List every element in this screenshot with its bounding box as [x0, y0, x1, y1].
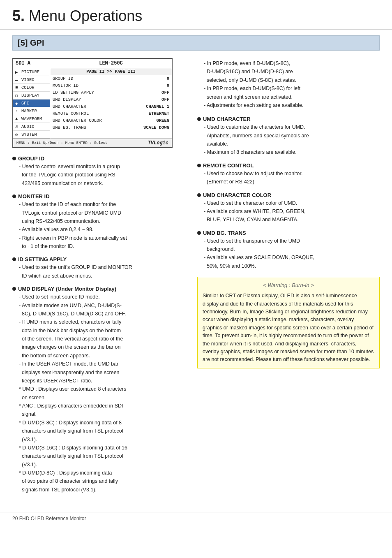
bullet-icon: [197, 231, 201, 235]
monitor-row-umd-character: UMD CHARACTER CHANNEL 1: [50, 103, 172, 110]
section-title: [5] GPI: [18, 38, 44, 47]
display-icon: ◻: [15, 93, 20, 98]
section-umd-display-title: UMD DISPLAY (Under Monitor Display): [12, 286, 189, 292]
monitor-page-nav: PAGE II >> PAGE III: [50, 68, 172, 75]
tvlogic-brand: TVLogic: [148, 140, 168, 146]
waveform-icon: ▲: [15, 116, 20, 121]
bullet-icon: [197, 117, 201, 121]
audio-icon: ♬: [15, 124, 20, 129]
chapter-number: 5.: [12, 7, 25, 24]
section-id-setting-title: ID SETTING APPLY: [12, 256, 189, 262]
section-header: [5] GPI: [12, 35, 380, 51]
section-group-id: GROUP ID - Used to control several monit…: [12, 155, 189, 188]
section-umd-character-title: UMD CHARACTER: [197, 116, 380, 122]
warning-body: Similar to CRT or Plasma display, OLED i…: [203, 292, 374, 364]
section-group-id-title: GROUP ID: [12, 155, 189, 162]
monitor-header: SDI A LEM-250C: [13, 59, 172, 68]
sidebar-item-audio[interactable]: ♬ AUDIO: [13, 123, 50, 131]
chapter-title: Menu Operations: [25, 7, 142, 24]
bullet-icon: [12, 157, 16, 160]
section-umd-char-color-title: UMD CHARACTER COLOR: [197, 192, 380, 198]
monitor-row-group-id: GROUP ID 0: [50, 75, 172, 82]
section-umd-bg-trans: UMD BG. TRANS - Used to set the transpar…: [197, 230, 380, 271]
monitor-row-umd-display: UMD DISPLAY OFF: [50, 96, 172, 103]
page-title: 5. Menu Operations: [12, 7, 142, 24]
gpi-icon: ◆: [15, 101, 20, 106]
section-group-id-body: - Used to control several monitors in a …: [12, 163, 189, 188]
page-footer: 20 FHD OLED Reference Monitor: [0, 512, 392, 525]
bullet-icon: [12, 257, 16, 261]
section-umd-bg-trans-body: - Used to set the transparency of the UM…: [197, 237, 380, 271]
warning-box: < Warning : Burn-In > Similar to CRT or …: [197, 277, 380, 368]
sidebar-item-picture[interactable]: ▶ PICTURE: [13, 68, 50, 76]
section-id-setting-body: - Used to set the unit’s GROUP ID and MO…: [12, 264, 189, 280]
section-id-setting-apply: ID SETTING APPLY - Used to set the unit’…: [12, 256, 189, 280]
monitor-sdi-label: SDI A: [13, 59, 50, 68]
monitor-body: ▶ PICTURE ▬ VIDEO ■ COLOR ◻ DISPLAY: [13, 68, 172, 139]
sidebar-item-gpi[interactable]: ◆ GPI: [13, 100, 50, 107]
sidebar-item-system[interactable]: ⚙ SYSTEM: [13, 131, 50, 139]
section-moniter-id: MONITER ID - Used to set the ID of each …: [12, 193, 189, 250]
monitor-row-umd-char-color: UMD CHARACTER COLOR GREEN: [50, 117, 172, 124]
content-area: SDI A LEM-250C ▶ PICTURE ▬ VIDEO ■: [0, 51, 392, 508]
monitor-sidebar: ▶ PICTURE ▬ VIDEO ■ COLOR ◻ DISPLAY: [13, 68, 50, 139]
monitor-row-remote-control: REMOTE CONTROL ETHERNET: [50, 110, 172, 117]
color-icon: ■: [15, 85, 20, 90]
monitor-model-label: LEM-250C: [50, 59, 172, 68]
section-umd-char-color-body: - Used to set the character color of UMD…: [197, 199, 380, 224]
section-umd-bg-trans-title: UMD BG. TRANS: [197, 230, 380, 236]
monitor-footer: MENU : Exit Up/Down : Menu ENTER : Selec…: [13, 139, 172, 147]
bullet-icon: [12, 194, 16, 198]
sidebar-item-marker[interactable]: ▫ MARKER: [13, 107, 50, 115]
section-umd-character: UMD CHARACTER - Used to customize the ch…: [197, 116, 380, 157]
picture-icon: ▶: [15, 69, 20, 74]
sidebar-item-video[interactable]: ▬ VIDEO: [13, 76, 50, 84]
section-umd-character-color: UMD CHARACTER COLOR - Used to set the ch…: [197, 192, 380, 224]
warning-title: < Warning : Burn-In >: [203, 281, 374, 289]
right-column: - In PBP mode, even if D-UMD(S-8C), D-UM…: [197, 58, 380, 500]
sidebar-item-display[interactable]: ◻ DISPLAY: [13, 92, 50, 100]
footer-text: 20 FHD OLED Reference Monitor: [12, 516, 86, 521]
bullet-icon: [12, 287, 16, 291]
section-umd-display-body: - Used to set input source ID mode. - Av…: [12, 293, 189, 494]
system-icon: ⚙: [15, 132, 20, 137]
monitor-main-content: PAGE II >> PAGE III GROUP ID 0 MONITOR I…: [50, 68, 172, 139]
video-icon: ▬: [15, 77, 20, 82]
section-pbp-note: - In PBP mode, even if D-UMD(S-8C), D-UM…: [197, 60, 380, 109]
section-pbp-note-body: - In PBP mode, even if D-UMD(S-8C), D-UM…: [197, 60, 380, 109]
page-header: 5. Menu Operations: [0, 0, 392, 30]
monitor-row-umb-bg-trans: UMB BG. TRANS SCALE DOWN: [50, 124, 172, 131]
section-remote-control-body: - Used to choose how to adjust the monit…: [197, 170, 380, 186]
section-umd-character-body: - Used to customize the characters for U…: [197, 123, 380, 157]
section-umd-display: UMD DISPLAY (Under Monitor Display) - Us…: [12, 286, 189, 494]
monitor-row-monitor-id: MONITOR ID 0: [50, 82, 172, 89]
section-moniter-id-title: MONITER ID: [12, 193, 189, 199]
sidebar-item-waveform[interactable]: ▲ WAVEFORM: [13, 115, 50, 123]
section-remote-control-title: REMOTE CONTROL: [197, 162, 380, 169]
marker-icon: ▫: [15, 109, 20, 113]
monitor-ui-box: SDI A LEM-250C ▶ PICTURE ▬ VIDEO ■: [12, 58, 173, 148]
monitor-row-id-setting: ID SETTING APPLY OFF: [50, 89, 172, 96]
section-moniter-id-body: - Used to set the ID of each monitor for…: [12, 201, 189, 250]
bullet-icon: [197, 193, 201, 197]
monitor-footer-nav: MENU : Exit Up/Down : Menu ENTER : Selec…: [16, 141, 107, 145]
bullet-icon: [197, 164, 201, 167]
left-column: SDI A LEM-250C ▶ PICTURE ▬ VIDEO ■: [12, 58, 189, 500]
sidebar-item-color[interactable]: ■ COLOR: [13, 84, 50, 92]
section-remote-control: REMOTE CONTROL - Used to choose how to a…: [197, 162, 380, 186]
